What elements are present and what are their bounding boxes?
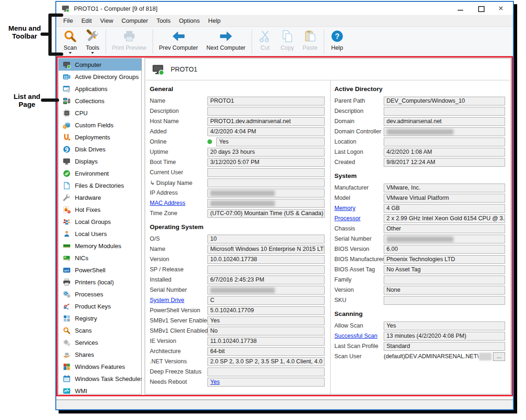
sidebar-item-environment[interactable]: Environment	[59, 167, 141, 179]
field-value[interactable]: 4/2/2020 4:04 PM	[207, 127, 325, 136]
sidebar-item-product-keys[interactable]: Product Keys	[59, 300, 141, 312]
sidebar-item-active-directory-groups[interactable]: Active Directory Groups	[59, 71, 141, 83]
field-value[interactable]: PROTO1.dev.adminarsenal.net	[207, 117, 325, 126]
minimize-button[interactable]	[457, 6, 464, 12]
sidebar-item-wmi[interactable]: WMI	[59, 385, 141, 394]
field-value[interactable]: 20 days 23 hours	[207, 148, 325, 157]
field-value[interactable]: No	[207, 327, 325, 335]
field-value[interactable]	[384, 138, 505, 146]
field-label-text[interactable]: Processor	[334, 215, 360, 222]
toolbar-button-help[interactable]: ?Help	[326, 28, 348, 56]
field-value[interactable]: C	[207, 296, 325, 305]
field-value[interactable]	[384, 296, 505, 305]
sidebar-item-cpu[interactable]: CPU	[59, 107, 141, 119]
field-value[interactable]: 6/7/2016 2:45:23 PM	[207, 276, 325, 284]
sidebar-item-local-groups[interactable]: Local Groups	[59, 216, 141, 228]
field-value[interactable]: Other	[384, 224, 505, 233]
sidebar-item-files-directories[interactable]: Files & Directories	[59, 179, 141, 191]
field-value[interactable]	[207, 286, 325, 295]
sidebar-item-registry[interactable]: Registry	[59, 312, 141, 324]
menu-item-view[interactable]: View	[96, 15, 117, 26]
sidebar-item-custom-fields[interactable]: Custom Fields	[59, 119, 141, 131]
field-value[interactable]: Phoenix Technologies LTD	[384, 255, 505, 264]
menu-item-edit[interactable]: Edit	[77, 15, 96, 26]
field-value[interactable]: 3/12/2020 5:07 PM	[207, 158, 325, 167]
sidebar-item-hot-fixes[interactable]: Hot Fixes	[59, 203, 141, 216]
sidebar-item-processes[interactable]: Processes	[59, 288, 141, 300]
sidebar-item-printers-local[interactable]: Printers (local)	[59, 276, 141, 288]
field-value[interactable]: (UTC-07:00) Mountain Time (US & Canada)	[207, 209, 325, 218]
menu-item-file[interactable]: File	[59, 15, 77, 26]
field-value[interactable]: VMware Virtual Platform	[384, 194, 505, 203]
sidebar-item-memory-modules[interactable]: Memory Modules	[59, 240, 141, 252]
field-value[interactable]	[207, 368, 325, 376]
menu-item-options[interactable]: Options	[175, 15, 204, 26]
toolbar-button-tools[interactable]: Tools	[81, 28, 104, 56]
field-value[interactable]: 5.0.10240.17709	[207, 306, 325, 315]
field-value[interactable]	[207, 107, 325, 116]
menu-item-tools[interactable]: Tools	[152, 15, 174, 26]
field-value[interactable]: Yes	[207, 316, 325, 325]
sidebar-item-windows-task-schedules[interactable]: Windows Task Schedules	[59, 373, 141, 385]
field-value[interactable]: 10.0.10240.17738	[207, 255, 325, 264]
field-value[interactable]: No Asset Tag	[384, 265, 505, 274]
field-label-text[interactable]: Successful Scan	[334, 333, 377, 339]
field-value[interactable]: 10	[207, 235, 325, 243]
field-label-text[interactable]: Memory	[334, 205, 355, 211]
menu-item-help[interactable]: Help	[204, 15, 225, 26]
field-value[interactable]	[384, 107, 505, 116]
menu-item-computer[interactable]: Computer	[117, 15, 152, 26]
field-value[interactable]	[207, 265, 325, 274]
field-value[interactable]: Yes	[207, 378, 325, 387]
field-value-link[interactable]: Yes	[210, 379, 220, 385]
field-value[interactable]: Yes	[216, 138, 325, 146]
sidebar-item-nics[interactable]: NICs	[59, 252, 141, 264]
toolbar-button-prev-computer[interactable]: Prev Computer	[155, 28, 202, 56]
field-value[interactable]: 64-bit	[207, 347, 325, 356]
sidebar-item-services[interactable]: Services	[59, 336, 141, 348]
field-value[interactable]: (default)DEV.ADMINARSENAL.NET\	[384, 353, 492, 361]
sidebar-item-shares[interactable]: Shares	[59, 348, 141, 361]
field-value[interactable]	[384, 127, 505, 136]
field-value[interactable]: Microsoft Windows 10 Enterprise N 2015 L…	[207, 245, 325, 254]
field-value[interactable]: 6.00	[384, 245, 505, 254]
field-value[interactable]: 2 x 2.99 GHz Intel Xeon Gold 6154 CPU @ …	[384, 214, 505, 223]
sidebar-item-hardware[interactable]: Hardware	[59, 191, 141, 203]
field-value[interactable]: 13 minutes (4/2/2020 4:08 PM)	[384, 332, 505, 341]
field-value[interactable]	[384, 276, 505, 284]
field-value[interactable]: None	[384, 286, 505, 295]
field-value[interactable]: 4 GB	[384, 204, 505, 213]
field-label-text[interactable]: System Drive	[150, 297, 184, 303]
field-value[interactable]	[207, 178, 325, 187]
browse-button[interactable]: ...	[493, 352, 505, 361]
field-value[interactable]: PROTO1	[207, 97, 325, 105]
field-value[interactable]: 9/8/2017 12:24 AM	[384, 158, 505, 167]
field-value[interactable]: Yes	[384, 322, 505, 330]
sidebar-item-displays[interactable]: Displays	[59, 155, 141, 167]
field-value[interactable]	[207, 199, 325, 208]
sidebar-item-computer[interactable]: Computer	[59, 59, 141, 71]
field-value[interactable]	[384, 235, 505, 243]
field-value[interactable]: 4/2/2020 1:08 AM	[384, 148, 505, 157]
sidebar-item-scans[interactable]: Scans	[59, 324, 141, 336]
sidebar-item-powershell[interactable]: ps1PowerShell	[59, 264, 141, 276]
close-button[interactable]	[498, 6, 505, 12]
toolbar-button-next-computer[interactable]: Next Computer	[202, 28, 250, 56]
field-label-text[interactable]: MAC Address	[150, 200, 185, 206]
toolbar-button-scan[interactable]: Scan	[59, 28, 81, 56]
sidebar-item-applications[interactable]: Applications	[59, 83, 141, 95]
field-value[interactable]: 11.0.10240.17738	[207, 337, 325, 346]
field-value[interactable]	[207, 189, 325, 197]
sidebar-item-collections[interactable]: Collections	[59, 95, 141, 107]
sidebar-item-windows-features[interactable]: Windows Features	[59, 361, 141, 373]
field-value[interactable]: dev.adminarsenal.net	[384, 117, 505, 126]
maximize-button[interactable]	[478, 6, 484, 12]
sidebar-item-local-users[interactable]: Local Users	[59, 228, 141, 240]
field-value[interactable]: 2.0 SP 2, 3.0 SP 2, 3.5 SP 1, 4.0 Client…	[207, 357, 325, 366]
field-value[interactable]: VMware, Inc.	[384, 184, 505, 192]
field-value[interactable]: Standard	[384, 342, 505, 351]
dropdown-caret-icon[interactable]	[69, 52, 72, 54]
field-value[interactable]: DEV_Computers/Windows_10	[384, 97, 505, 105]
field-value[interactable]	[207, 168, 325, 177]
sidebar-item-deployments[interactable]: Deployments	[59, 131, 141, 143]
